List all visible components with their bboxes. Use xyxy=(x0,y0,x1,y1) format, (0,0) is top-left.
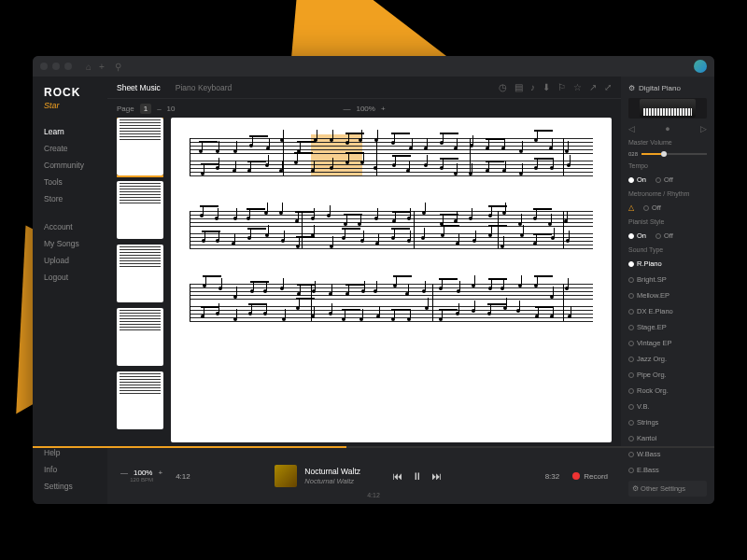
tempo-pct: 100% xyxy=(134,469,152,477)
thumb-1[interactable] xyxy=(117,118,163,175)
home-icon[interactable]: ⌂ xyxy=(86,62,92,72)
zoom-out[interactable]: — xyxy=(343,105,350,113)
page-label: Page xyxy=(117,105,134,113)
progress-bar[interactable] xyxy=(33,446,714,448)
subbar: Page 1 – 10 — 100% + xyxy=(107,99,621,118)
track-artist: Nocturnal Waltz xyxy=(304,477,360,486)
clock-icon[interactable]: ◷ xyxy=(499,82,507,92)
pianist-on[interactable]: On xyxy=(628,231,646,241)
thumb-4[interactable] xyxy=(117,308,163,366)
nav-mysongs[interactable]: My Songs xyxy=(44,235,96,252)
sound-7[interactable]: Pipe Org. xyxy=(628,370,707,380)
sound-0[interactable]: R.Piano xyxy=(628,259,707,269)
sound-2[interactable]: Mellow.EP xyxy=(628,290,707,301)
bookmark-icon[interactable]: ⚐ xyxy=(557,82,566,92)
sound-8[interactable]: Rock Org. xyxy=(628,385,707,396)
add-icon[interactable]: + xyxy=(99,62,105,72)
record-icon xyxy=(572,472,580,480)
nav-create[interactable]: Create xyxy=(44,140,96,157)
search-icon[interactable]: ⚲ xyxy=(115,62,121,72)
sound-1[interactable]: Bright.SP xyxy=(628,274,707,285)
tempo-up[interactable]: + xyxy=(158,469,162,477)
thumb-3[interactable] xyxy=(117,245,163,302)
list-icon[interactable]: ▤ xyxy=(514,82,523,92)
tempo-label: Tempo xyxy=(628,162,707,169)
music-icon[interactable]: ♪ xyxy=(530,82,535,92)
share-icon[interactable]: ↗ xyxy=(589,82,597,92)
nav-community[interactable]: Community xyxy=(44,157,96,174)
nav-logout[interactable]: Logout xyxy=(44,269,96,286)
page-total: 10 xyxy=(167,105,176,113)
vol-value: 028 xyxy=(628,151,638,157)
thumb-5[interactable] xyxy=(117,371,163,429)
thumbnails xyxy=(117,118,163,442)
player: — 100% + 120 BPM 4:12 Nocturnal Waltz No… xyxy=(107,448,621,504)
tab-sheet[interactable]: Sheet Music xyxy=(117,83,161,92)
track-title: Nocturnal Waltz xyxy=(304,467,360,477)
nav-tools[interactable]: Tools xyxy=(44,174,96,190)
star-icon[interactable]: ☆ xyxy=(573,82,582,92)
sound-13[interactable]: E.Bass xyxy=(628,465,707,475)
thumb-2[interactable] xyxy=(117,181,163,239)
logo-sub: Star xyxy=(44,101,96,110)
tempo-off[interactable]: Off xyxy=(655,175,673,185)
prev-instrument[interactable]: ◁ xyxy=(628,124,635,133)
tab-keyboard[interactable]: Piano Keyboard xyxy=(176,83,233,92)
download-icon[interactable]: ⬇ xyxy=(543,82,550,92)
sound-11[interactable]: Kantoi xyxy=(628,433,707,443)
traffic-close[interactable] xyxy=(40,63,48,70)
next-instrument[interactable]: ▷ xyxy=(700,124,707,133)
tabs: Sheet Music Piano Keyboard ◷ ▤ ♪ ⬇ ⚐ ☆ ↗… xyxy=(107,77,621,99)
app-window: ⌂ + ⚲ ROCK Star Learn Create Community T… xyxy=(33,56,714,504)
sound-6[interactable]: Jazz Org. xyxy=(628,354,707,364)
metro-off[interactable]: Off xyxy=(643,203,661,213)
record-button[interactable]: Record xyxy=(572,472,608,481)
sound-9[interactable]: V.B. xyxy=(628,401,707,412)
page-sep: – xyxy=(157,105,161,113)
instrument-dot: ● xyxy=(665,124,669,133)
time-current: 4:12 xyxy=(176,472,190,481)
right-panel: ⚙ Digital Piano ◁ ● ▷ Master Volume 028 … xyxy=(621,77,714,504)
time-total: 8:32 xyxy=(545,472,560,481)
tempo-on[interactable]: On xyxy=(628,175,646,185)
pos-label: 4:12 xyxy=(367,492,380,498)
album-art[interactable] xyxy=(275,465,297,487)
traffic-min[interactable] xyxy=(52,63,60,70)
pianist-off[interactable]: Off xyxy=(655,231,673,241)
nav-store[interactable]: Store xyxy=(44,190,96,207)
expand-icon[interactable]: ⤢ xyxy=(604,82,612,92)
avatar[interactable] xyxy=(694,60,707,73)
zoom-value: 100% xyxy=(356,105,374,113)
nav-upload[interactable]: Upload xyxy=(44,252,96,269)
sheet-music[interactable]: // sprinkle notes xyxy=(171,118,612,442)
next-icon[interactable]: ⏭ xyxy=(431,470,442,482)
titlebar: ⌂ + ⚲ xyxy=(33,56,714,77)
nav-account[interactable]: Account xyxy=(44,218,96,235)
sidebar: ROCK Star Learn Create Community Tools S… xyxy=(33,77,107,504)
nav-learn[interactable]: Learn xyxy=(44,123,96,140)
zoom-in[interactable]: + xyxy=(381,105,386,113)
panel-title: Digital Piano xyxy=(639,84,681,92)
other-settings[interactable]: ⚙ Other Settings xyxy=(628,481,707,497)
soundtype-label: Sound Type xyxy=(628,246,707,253)
pianist-label: Pianist Style xyxy=(628,218,707,225)
traffic-max[interactable] xyxy=(64,63,72,70)
sound-12[interactable]: W.Bass xyxy=(628,449,707,459)
page-current[interactable]: 1 xyxy=(140,104,151,114)
pause-icon[interactable]: ⏸ xyxy=(412,470,422,482)
sound-5[interactable]: Vintage EP xyxy=(628,338,707,348)
nav-info[interactable]: Info xyxy=(44,461,96,478)
gear-icon[interactable]: ⚙ xyxy=(628,84,635,92)
sound-4[interactable]: Stage.EP xyxy=(628,322,707,332)
sound-3[interactable]: DX E.Piano xyxy=(628,306,707,316)
volume-slider[interactable] xyxy=(641,153,707,155)
tempo-bpm: 120 BPM xyxy=(130,477,153,483)
metro-icon[interactable]: △ xyxy=(628,203,634,212)
sound-10[interactable]: Strings xyxy=(628,417,707,427)
nav-settings[interactable]: Settings xyxy=(44,478,96,495)
prev-icon[interactable]: ⏮ xyxy=(392,470,402,482)
metro-label: Metronome / Rhythm xyxy=(628,190,707,197)
master-label: Master Volume xyxy=(628,139,707,146)
piano-image xyxy=(628,98,707,119)
tempo-down[interactable]: — xyxy=(120,469,128,477)
